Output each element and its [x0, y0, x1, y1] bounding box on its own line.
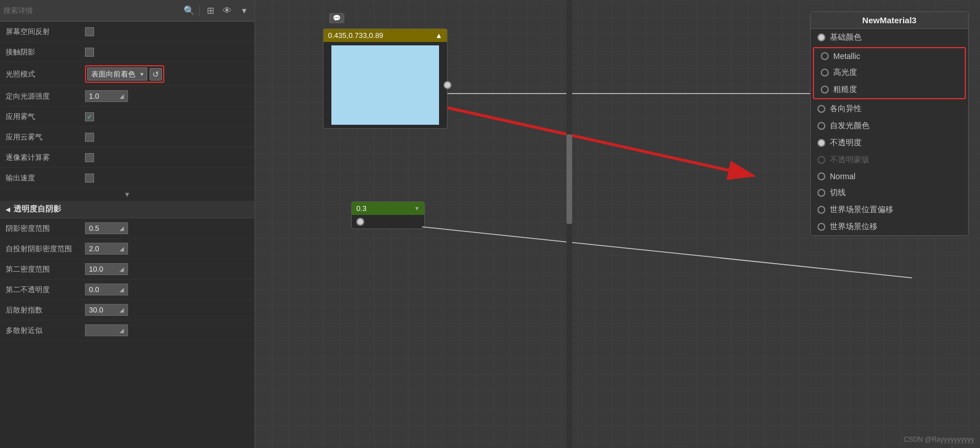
self-shadow-density-input: ◢: [85, 243, 128, 255]
watermark-text: CSDN @Rayyyyyyyyyy: [904, 436, 974, 443]
prop-row-second-opacity: 第二不透明度 ◢: [0, 280, 254, 300]
pin-circle-base-color: [817, 33, 825, 41]
prop-value: [85, 112, 249, 121]
pin-row-specular[interactable]: 高光度: [814, 64, 965, 81]
prop-row-contact-shadow: 接触阴影: [0, 42, 254, 62]
canvas-area: 💬 0.435,0.733,0.89 ▲ 0.3 ▼: [255, 0, 980, 448]
prop-row-back-scatter: 后散射指数 ◢: [0, 300, 254, 320]
pin-label-opacity: 不透明度: [830, 138, 862, 148]
prop-row-per-pixel-fog: 逐像素计算雾: [0, 147, 254, 168]
scalar-node-value-text: 0.3: [356, 204, 367, 213]
panel-content: 屏幕空间反射 接触阴影 光照模式 表面向前着色 延迟着色: [0, 22, 254, 448]
section-transparency-shadow[interactable]: ◀ 透明度自阴影: [0, 201, 254, 218]
prop-value: [85, 27, 249, 36]
prop-label: 应用云雾气: [6, 132, 85, 142]
num-arrow-icon[interactable]: ◢: [120, 327, 124, 333]
pin-row-base-color[interactable]: 基础颜色: [811, 29, 968, 46]
prop-row-screen-space-reflect: 屏幕空间反射: [0, 22, 254, 42]
pin-row-opacity[interactable]: 不透明度: [811, 134, 968, 151]
shadow-density-value[interactable]: [89, 224, 117, 233]
pin-label-emissive: 自发光颜色: [830, 121, 870, 131]
checkbox-per-pixel-fog[interactable]: [85, 153, 94, 162]
watermark: CSDN @Rayyyyyyyyyy: [904, 436, 974, 443]
second-density-value[interactable]: [89, 265, 117, 273]
pin-circle-anisotropy: [817, 105, 825, 113]
divider: [199, 5, 200, 16]
multi-scatter-value[interactable]: [89, 326, 117, 335]
pin-label-roughness: 粗糙度: [833, 84, 857, 95]
scalar-node-down-arrow-icon: ▼: [414, 205, 420, 212]
pin-circle-world-pos-offset: [817, 206, 825, 214]
pin-row-emissive[interactable]: 自发光颜色: [811, 117, 968, 134]
collapse-arrow[interactable]: ▼: [0, 188, 254, 201]
pin-label-world-pos-offset: 世界场景位置偏移: [830, 205, 893, 215]
pin-label-specular: 高光度: [833, 67, 857, 78]
color-node-output-connector[interactable]: [444, 81, 451, 89]
pin-circle-metallic: [821, 52, 829, 60]
prop-label: 自投射阴影密度范围: [6, 244, 85, 254]
prop-row-output-speed: 输出速度: [0, 168, 254, 188]
num-arrow-icon[interactable]: ◢: [120, 307, 124, 313]
pin-label-tangent: 切线: [830, 188, 846, 198]
num-arrow-icon[interactable]: ◢: [120, 246, 124, 252]
material-node-title: NewMaterial3: [811, 12, 968, 29]
pin-row-world-pos-offset[interactable]: 世界场景位置偏移: [811, 201, 968, 218]
color-node-title-text: 0.435,0.733,0.89: [328, 31, 384, 40]
search-input[interactable]: [3, 6, 179, 15]
checkbox-apply-fog[interactable]: [85, 112, 94, 121]
canvas-scrollbar[interactable]: [566, 0, 572, 448]
prop-value: ◢: [85, 90, 249, 102]
canvas-scrollbar-thumb[interactable]: [566, 134, 572, 224]
prop-row-multi-scatter: 多散射近似 ◢: [0, 320, 254, 341]
prop-label: 第二密度范围: [6, 264, 85, 274]
pin-label-base-color: 基础颜色: [830, 32, 862, 43]
prop-label-lighting-mode: 光照模式: [6, 69, 85, 79]
shadow-density-input: ◢: [85, 222, 128, 234]
num-arrow-icon[interactable]: ◢: [120, 225, 124, 231]
prop-value: ◢: [85, 243, 249, 255]
pin-row-world-displacement[interactable]: 世界场景位移: [811, 218, 968, 235]
dir-light-value-input[interactable]: [89, 92, 117, 100]
num-arrow-icon[interactable]: ◢: [120, 286, 124, 293]
prop-value: [85, 153, 249, 162]
pin-row-normal[interactable]: Normal: [811, 168, 968, 184]
prop-label: 应用雾气: [6, 112, 85, 122]
material-node: NewMaterial3 基础颜色 Metallic 高光度 粗糙度 各向异性: [810, 11, 969, 236]
pin-circle-tangent: [817, 189, 825, 197]
prop-value: ◢: [85, 304, 249, 316]
grid-icon[interactable]: ⊞: [203, 4, 217, 18]
checkbox-contact-shadow[interactable]: [85, 48, 94, 57]
self-shadow-density-value[interactable]: [89, 244, 117, 253]
color-node-up-arrow-icon: ▲: [435, 31, 442, 40]
pin-row-tangent[interactable]: 切线: [811, 184, 968, 201]
pin-circle-normal: [817, 172, 825, 180]
highlighted-pins-group: Metallic 高光度 粗糙度: [813, 47, 966, 99]
back-scatter-value[interactable]: [89, 306, 117, 314]
num-arrow-icon[interactable]: ◢: [120, 266, 124, 272]
lighting-mode-reset-btn[interactable]: ↺: [150, 68, 162, 81]
prop-label: 逐像素计算雾: [6, 153, 85, 163]
chevron-down-icon[interactable]: ▾: [237, 4, 251, 18]
pin-row-metallic[interactable]: Metallic: [814, 48, 965, 64]
prop-row-dir-light: 定向光源强度 ◢: [0, 86, 254, 107]
checkbox-apply-cloud-fog[interactable]: [85, 133, 94, 142]
prop-value: ◢: [85, 222, 249, 234]
pin-row-roughness[interactable]: 粗糙度: [814, 81, 965, 98]
checkbox-screen-space-reflect[interactable]: [85, 27, 94, 36]
prop-row-apply-fog: 应用雾气: [0, 107, 254, 127]
num-arrow-icon[interactable]: ◢: [120, 93, 124, 99]
pin-row-opacity-mask[interactable]: 不透明蒙版: [811, 151, 968, 168]
prop-value: ◢: [85, 284, 249, 295]
left-panel: 🔍 ⊞ 👁 ▾ 屏幕空间反射 接触阴影 光照模式: [0, 0, 255, 448]
pin-circle-roughness: [821, 86, 829, 94]
checkbox-output-speed[interactable]: [85, 174, 94, 183]
scalar-node-output-connector[interactable]: [356, 218, 364, 226]
eye-icon[interactable]: 👁: [220, 4, 234, 18]
lighting-mode-select[interactable]: 表面向前着色 延迟着色: [87, 67, 147, 81]
scalar-value-node: 0.3 ▼: [351, 201, 425, 229]
pin-row-anisotropy[interactable]: 各向异性: [811, 100, 968, 117]
lighting-mode-dropdown-wrapper: 表面向前着色 延迟着色 ↺: [85, 65, 164, 83]
search-icon[interactable]: 🔍: [182, 4, 196, 18]
section-label: 透明度自阴影: [14, 204, 61, 214]
second-opacity-value[interactable]: [89, 285, 117, 294]
